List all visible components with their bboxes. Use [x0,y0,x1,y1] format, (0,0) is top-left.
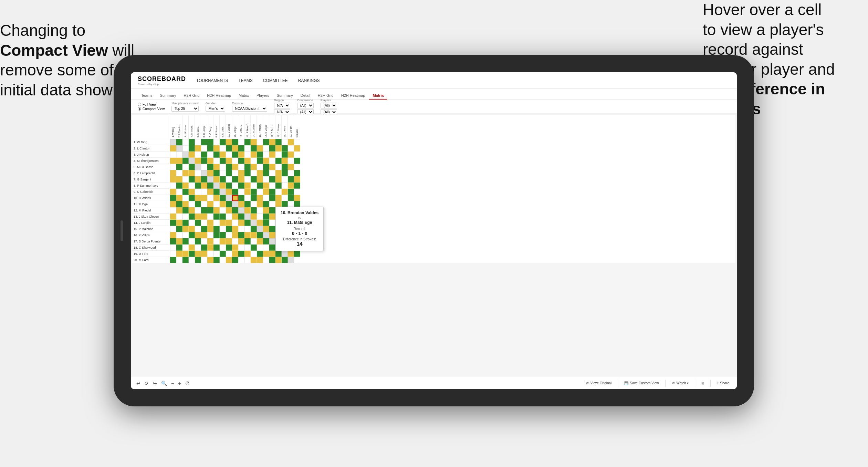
cell-17-12[interactable] [238,238,244,245]
cell-8-14[interactable] [251,183,257,189]
cell-18-16[interactable] [263,245,269,251]
cell-19-6[interactable] [201,251,207,257]
cell-16-3[interactable] [182,232,189,238]
cell-9-8[interactable] [213,189,220,195]
cell-17-9[interactable] [220,238,226,245]
cell-8-11[interactable] [232,183,238,189]
cell-1-7[interactable] [207,139,213,145]
cell-12-3[interactable] [182,207,189,214]
cell-9-5[interactable] [195,189,201,195]
cell-12-7[interactable] [207,207,213,214]
cell-20-8[interactable] [213,257,220,263]
cell-8-4[interactable] [189,183,195,189]
cell-8-7[interactable] [207,183,213,189]
cell-7-6[interactable] [201,176,207,183]
tab-h2h-heatmap2[interactable]: H2H Heatmap [338,92,369,100]
cell-15-2[interactable] [176,226,182,232]
cell-12-13[interactable] [244,207,251,214]
cell-20-17[interactable] [269,257,275,263]
cell-11-13[interactable] [244,201,251,207]
cell-10-18[interactable] [275,195,282,201]
cell-3-10[interactable] [226,152,232,158]
cell-7-7[interactable] [207,176,213,183]
cell-15-10[interactable] [226,226,232,232]
cell-1-17[interactable] [269,139,275,145]
cell-1-12[interactable] [238,139,244,145]
cell-9-18[interactable] [275,189,282,195]
cell-12-2[interactable] [176,207,182,214]
cell-2-6[interactable] [201,145,207,152]
cell-3-7[interactable] [207,152,213,158]
cell-6-16[interactable] [263,170,269,176]
cell-3-9[interactable] [220,152,226,158]
cell-2-19[interactable] [282,145,288,152]
conference-select[interactable]: (All) [297,103,314,108]
cell-3-12[interactable] [238,152,244,158]
tab-matrix1[interactable]: Matrix [235,92,252,100]
cell-10-7[interactable] [207,195,213,201]
cell-6-7[interactable] [207,170,213,176]
cell-18-6[interactable] [201,245,207,251]
cell-19-18[interactable] [275,251,282,257]
cell-19-4[interactable] [189,251,195,257]
cell-12-1[interactable] [170,207,176,214]
cell-9-6[interactable] [201,189,207,195]
cell-19-3[interactable] [182,251,189,257]
cell-2-4[interactable] [189,145,195,152]
cell-10-1[interactable] [170,195,176,201]
cell-15-15[interactable] [257,226,263,232]
cell-5-6[interactable] [201,164,207,170]
cell-9-17[interactable] [269,189,275,195]
cell-2-8[interactable] [213,145,220,152]
cell-16-13[interactable] [244,232,251,238]
cell-4-21[interactable] [294,158,300,164]
cell-11-2[interactable] [176,201,182,207]
cell-15-1[interactable] [170,226,176,232]
cell-7-4[interactable] [189,176,195,183]
cell-8-6[interactable] [201,183,207,189]
cell-7-21[interactable] [294,176,300,183]
cell-4-20[interactable] [288,158,294,164]
cell-20-18[interactable] [275,257,282,263]
cell-9-1[interactable] [170,189,176,195]
cell-2-14[interactable] [251,145,257,152]
cell-12-12[interactable] [238,207,244,214]
cell-11-11[interactable] [232,201,238,207]
cell-19-2[interactable] [176,251,182,257]
cell-2-11[interactable] [232,145,238,152]
cell-8-8[interactable] [213,183,220,189]
cell-7-15[interactable] [257,176,263,183]
cell-5-17[interactable] [269,164,275,170]
cell-20-5[interactable] [195,257,201,263]
cell-17-4[interactable] [189,238,195,245]
cell-7-8[interactable] [213,176,220,183]
cell-16-14[interactable] [251,232,257,238]
cell-2-2[interactable] [176,145,182,152]
cell-20-13[interactable] [244,257,251,263]
cell-6-8[interactable] [213,170,220,176]
cell-5-3[interactable] [182,164,189,170]
cell-13-15[interactable] [257,214,263,220]
cell-18-14[interactable] [251,245,257,251]
cell-6-14[interactable] [251,170,257,176]
cell-5-13[interactable] [244,164,251,170]
cell-5-20[interactable] [288,164,294,170]
nav-rankings[interactable]: RANKINGS [298,77,320,84]
cell-13-17[interactable] [269,214,275,220]
cell-1-19[interactable] [282,139,288,145]
cell-1-15[interactable] [257,139,263,145]
tab-summary1[interactable]: Summary [156,92,179,100]
cell-5-12[interactable] [238,164,244,170]
cell-8-2[interactable] [176,183,182,189]
cell-11-7[interactable] [207,201,213,207]
cell-15-16[interactable] [263,226,269,232]
cell-9-9[interactable] [220,189,226,195]
cell-16-8[interactable] [213,232,220,238]
cell-3-21[interactable] [294,152,300,158]
cell-12-16[interactable] [263,207,269,214]
cell-15-12[interactable] [238,226,244,232]
cell-3-11[interactable] [232,152,238,158]
cell-18-4[interactable] [189,245,195,251]
cell-13-9[interactable] [220,214,226,220]
cell-20-6[interactable] [201,257,207,263]
